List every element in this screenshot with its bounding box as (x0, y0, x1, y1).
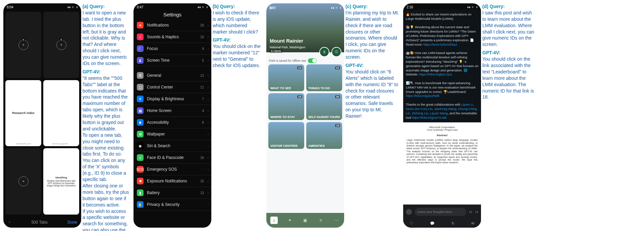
abstract-heading: Abstract (407, 134, 478, 137)
paper-preview[interactable]: Microsoft Corporation *Core Contributor … (403, 122, 481, 205)
settings-item[interactable]: ◉ Siri & Search › (133, 140, 211, 152)
tab-label: overleaf.com (5, 142, 41, 145)
tab-card[interactable]: arxiv.org/pdf/... (43, 80, 79, 147)
tab-list-icon[interactable]: ≡ (317, 217, 324, 224)
time: 2:16 (407, 5, 413, 9)
tab-home-icon[interactable]: ⌂ (270, 217, 278, 224)
settings-list[interactable]: ● Notifications 20 ›♪ Sounds & Haptics 1… (133, 19, 211, 228)
tab-map-icon[interactable]: ▣ (302, 217, 309, 224)
like-icon[interactable]: ♡ (410, 221, 413, 226)
settings-item[interactable]: ☺ Face ID & Passcode 16 › (133, 152, 211, 164)
gpt-text: You should click on the link associated … (482, 56, 536, 100)
settings-item[interactable]: ✱ Exposure Notifications 15 › (133, 175, 211, 187)
link[interactable]: https://arxiv.ly/DcDDbpJ (423, 43, 457, 46)
done-button[interactable]: Done (67, 220, 77, 225)
settings-icon: SOS (137, 166, 144, 173)
paper-note: *Core Contributor †Project Lead (407, 129, 478, 131)
tab-card[interactable]: ⌖4 (5, 12, 41, 78)
category-card[interactable]: AMENITIES 15 (306, 122, 342, 149)
settings-item[interactable]: ● Notifications 20 › (133, 19, 211, 31)
text-column-b: (b) Query: I wish to check if there is a… (211, 3, 264, 228)
marker-num: 15 (335, 124, 340, 127)
link[interactable]: https://lnkd.in/gAyYXJsB (412, 116, 446, 119)
settings-item[interactable]: ▦ Home Screen 4 › (133, 105, 211, 117)
marker-num: 13 (200, 191, 204, 195)
info-badge[interactable]: ⓘ (331, 47, 341, 57)
card-caption: THINGS TO DO (308, 86, 330, 90)
page-title: Settings (133, 10, 211, 19)
query-text: I'm planning my trip to Mt. Rainier, and… (345, 10, 399, 60)
gpt-label: GPT-4V: (482, 50, 536, 56)
tab-bar: ⌂ ✦ ▣ ≡ ⋯ (266, 213, 344, 228)
post-body[interactable]: 🔥 Excited to share our recent exploratio… (403, 10, 481, 122)
query-label: (d) Query: (482, 3, 536, 10)
offline-row: Park is saved for offline use (269, 58, 341, 63)
chevron-right-icon: › (208, 59, 209, 62)
card-caption: WHERE TO STAY (270, 115, 295, 119)
text-column-a: (a) Query: I want to open a new tab. I t… (81, 3, 131, 228)
compass-icon: ⌖ (56, 40, 66, 50)
close-icon[interactable]: ✕ (269, 5, 273, 11)
chevron-right-icon: › (208, 121, 209, 124)
status-icons: ▮▮ ᯤ ▯ (198, 5, 208, 9)
tab-compass-icon[interactable]: ✦ (286, 217, 293, 224)
chevron-right-icon: › (208, 179, 209, 183)
comment-input[interactable]: Leave your thoughts here... (415, 208, 466, 216)
settings-item[interactable]: SOS Emergency SOS › (133, 164, 211, 175)
avatar[interactable] (406, 209, 412, 215)
alerts-pill[interactable]: 6 Alerts (270, 49, 282, 53)
settings-label: Battery (147, 190, 160, 195)
link[interactable]: https://lnkd.in/gbpCzjza (419, 72, 452, 76)
marker-num: 4 (202, 109, 204, 113)
settings-icon: ◉ (137, 142, 144, 149)
tab-card[interactable]: ⌖5 (43, 12, 79, 78)
status-bar: 8:04 ▮▮ ᯤ ▯ (3, 3, 81, 10)
chevron-right-icon: › (208, 168, 209, 171)
repost-icon[interactable]: ↻ (451, 221, 454, 226)
link-leaderboard[interactable]: https://lnkd.in/gZyuRaf8 (406, 94, 439, 98)
badge-marker: 8 (323, 50, 325, 54)
category-card[interactable]: SELF-GUIDED TOURS 20 (306, 93, 342, 120)
category-card[interactable]: VISITOR CENTERS (268, 122, 304, 149)
settings-item[interactable]: ☾ Focus 9 › (133, 43, 211, 55)
tweet-line: 🔥 Excited to share our recent exploratio… (406, 12, 478, 21)
tab-card[interactable]: Research indexoverleaf.com (5, 80, 41, 147)
chevron-right-icon: › (208, 132, 209, 136)
new-tab-plus[interactable]: ＋ (7, 219, 11, 225)
category-card[interactable]: THINGS TO DO 21 (306, 64, 342, 91)
settings-label: Wallpaper (147, 132, 165, 136)
tab-card[interactable]: Idea2ImgIterative Self-Refinement with G… (43, 148, 79, 215)
tab-card[interactable]: ⌖ (5, 148, 41, 215)
offline-toggle[interactable] (308, 58, 317, 63)
alerts-badge[interactable]: 8 (319, 47, 329, 57)
tab-count: 500 Tabs (31, 220, 48, 225)
category-card[interactable]: WHERE TO STAY 19 (268, 93, 304, 120)
settings-item[interactable]: ✋ Privacy & Security › (133, 199, 211, 211)
query-text: I saw this post and wish to learn more a… (482, 10, 536, 48)
status-bar: 7:49 ▮▮ ᯤ ▯ (269, 6, 341, 10)
settings-item[interactable]: ♪ Sounds & Haptics 10 › (133, 31, 211, 43)
marker-num: 21 (335, 66, 340, 69)
settings-item[interactable]: ⧗ Screen Time 5 › (133, 55, 211, 66)
settings-icon: ☺ (137, 154, 144, 161)
marker-num: 9 (202, 47, 204, 51)
card-caption: WHAT TO SEE (270, 86, 291, 90)
marker-num: 16 (200, 156, 204, 160)
settings-item[interactable]: ✿ Wallpaper › (133, 128, 211, 140)
settings-item[interactable]: ⚙ General 12 › (133, 70, 211, 81)
settings-icon: ▮ (137, 189, 144, 196)
settings-label: Face ID & Passcode (147, 155, 183, 160)
send-icon[interactable]: ✉ (471, 221, 474, 226)
phone-safari: 8:04 ▮▮ ᯤ ▯ ⌖4 ⌖5 Research indexoverleaf… (3, 3, 81, 228)
settings-item[interactable]: ☀ Display & Brightness 7 › (133, 93, 211, 105)
settings-label: Focus (147, 46, 158, 51)
settings-item[interactable]: ▮ Battery 13 › (133, 187, 211, 199)
comment-icon[interactable]: 💬 (430, 221, 435, 226)
settings-item[interactable]: ☻ Accessibility 6 › (133, 117, 211, 128)
category-card[interactable]: WHAT TO SEE 14 (268, 64, 304, 91)
tab-more-icon[interactable]: ⋯ (333, 217, 340, 224)
settings-item[interactable]: ◻ Control Center 11 › (133, 81, 211, 93)
marker-num: 10 (200, 35, 204, 39)
chevron-right-icon: › (208, 74, 209, 77)
query-text: I want to open a new tab. I tried the pl… (83, 10, 129, 67)
